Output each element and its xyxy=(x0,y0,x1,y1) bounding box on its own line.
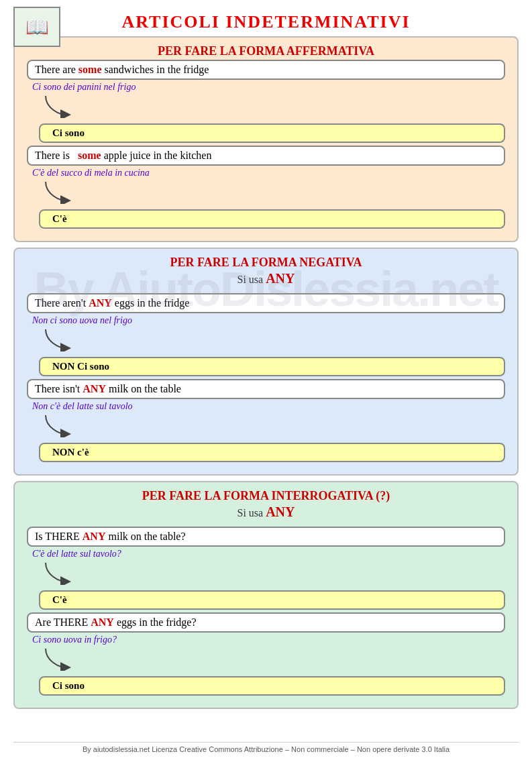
sentence-1-after: sandwiches in the fridge xyxy=(105,64,209,75)
arrow-svg-1 xyxy=(39,95,79,118)
section-affirmative: PER FARE LA FORMA AFFERMATIVA There are … xyxy=(13,36,519,242)
sentence-interr-2-before: Are THERE xyxy=(35,616,88,628)
arrow-svg-neg-1 xyxy=(39,328,79,351)
arrow-interr-1: C'è xyxy=(39,561,505,610)
sentence-2-keyword: some xyxy=(78,150,101,161)
translation-1: Ci sono dei panini nel frigo xyxy=(32,82,505,93)
sections: PER FARE LA FORMA AFFERMATIVA There are … xyxy=(13,36,519,737)
sentence-box-1: There are some sandwiches in the fridge xyxy=(27,60,505,80)
sentence-interr-1-before: Is THERE xyxy=(35,531,80,542)
result-box-neg-2: NON c'è xyxy=(39,443,505,462)
sentence-box-2: There is some apple juice in the kitchen xyxy=(27,146,505,166)
page: 📖 ARTICOLI INDETERMINATIVI By AiutoDisle… xyxy=(0,0,532,760)
footer: By aiutodislessia.net Licenza Creative C… xyxy=(13,742,519,753)
result-box-1: Ci sono xyxy=(39,123,505,143)
example-negative-1: There aren't ANY eggs in the fridge Non … xyxy=(27,293,505,376)
sentence-neg-2-keyword: ANY xyxy=(83,383,106,394)
sentence-neg-1-keyword: ANY xyxy=(89,297,112,309)
interrogative-subtitle: Si usa ANY xyxy=(27,504,505,520)
sentence-interr-1-after: milk on the table? xyxy=(108,531,185,542)
sentence-1-before: There are xyxy=(35,64,76,75)
sentence-2-before: There is xyxy=(35,150,70,161)
sentence-neg-2-after: milk on the table xyxy=(109,383,181,394)
translation-neg-2: Non c'è del latte sul tavolo xyxy=(32,401,505,412)
result-box-interr-2: Ci sono xyxy=(39,676,505,696)
result-box-interr-1: C'è xyxy=(39,590,505,610)
sentence-box-neg-2: There isn't ANY milk on the table xyxy=(27,379,505,399)
sentence-interr-1-keyword: ANY xyxy=(83,531,106,542)
sentence-2-after: apple juice in the kitchen xyxy=(104,150,212,161)
arrow-2: C'è xyxy=(39,180,505,229)
header: 📖 ARTICOLI INDETERMINATIVI xyxy=(13,7,519,36)
arrow-neg-2: NON c'è xyxy=(39,414,505,462)
arrow-svg-interr-1 xyxy=(39,561,79,585)
example-interr-1: Is THERE ANY milk on the table? C'è del … xyxy=(27,527,505,610)
interrogative-title: PER FARE LA FORMA INTERROGATIVA (?) xyxy=(27,489,505,503)
main-title: ARTICOLI INDETERMINATIVI xyxy=(121,12,410,32)
sentence-box-interr-2: Are THERE ANY eggs in the fridge? xyxy=(27,612,505,633)
example-negative-2: There isn't ANY milk on the table Non c'… xyxy=(27,379,505,462)
sentence-neg-1-before: There aren't xyxy=(35,297,86,309)
arrow-neg-1: NON Ci sono xyxy=(39,328,505,376)
sentence-neg-2-before: There isn't xyxy=(35,383,80,394)
negative-subtitle: Si usa ANY xyxy=(27,271,505,286)
logo: 📖 xyxy=(13,7,60,47)
result-box-neg-1: NON Ci sono xyxy=(39,357,505,376)
arrow-interr-2: Ci sono xyxy=(39,647,505,696)
translation-interr-1: C'è del latte sul tavolo? xyxy=(32,549,505,559)
sentence-interr-2-after: eggs in the fridge? xyxy=(117,616,197,628)
translation-interr-2: Ci sono uova in frigo? xyxy=(32,635,505,645)
example-affirmative-1: There are some sandwiches in the fridge … xyxy=(27,60,505,143)
section-interrogative: PER FARE LA FORMA INTERROGATIVA (?) Si u… xyxy=(13,481,519,709)
sentence-neg-1-after: eggs in the fridge xyxy=(115,297,190,309)
arrow-svg-2 xyxy=(39,180,79,204)
example-interr-2: Are THERE ANY eggs in the fridge? Ci son… xyxy=(27,612,505,696)
negative-title: PER FARE LA FORMA NEGATIVA xyxy=(27,256,505,270)
sentence-interr-2-keyword: ANY xyxy=(91,616,114,628)
sentence-box-neg-1: There aren't ANY eggs in the fridge xyxy=(27,293,505,313)
arrow-svg-neg-2 xyxy=(39,414,79,437)
arrow-1: Ci sono xyxy=(39,95,505,143)
affirmative-title: PER FARE LA FORMA AFFERMATIVA xyxy=(27,44,505,58)
arrow-svg-interr-2 xyxy=(39,647,79,671)
result-box-2: C'è xyxy=(39,209,505,229)
section-negative: PER FARE LA FORMA NEGATIVA Si usa ANY Th… xyxy=(13,248,519,476)
translation-2: C'è del succo di mela in cucina xyxy=(32,168,505,178)
sentence-box-interr-1: Is THERE ANY milk on the table? xyxy=(27,527,505,547)
translation-neg-1: Non ci sono uova nel frigo xyxy=(32,315,505,326)
example-affirmative-2: There is some apple juice in the kitchen… xyxy=(27,146,505,229)
sentence-1-keyword: some xyxy=(78,64,102,75)
